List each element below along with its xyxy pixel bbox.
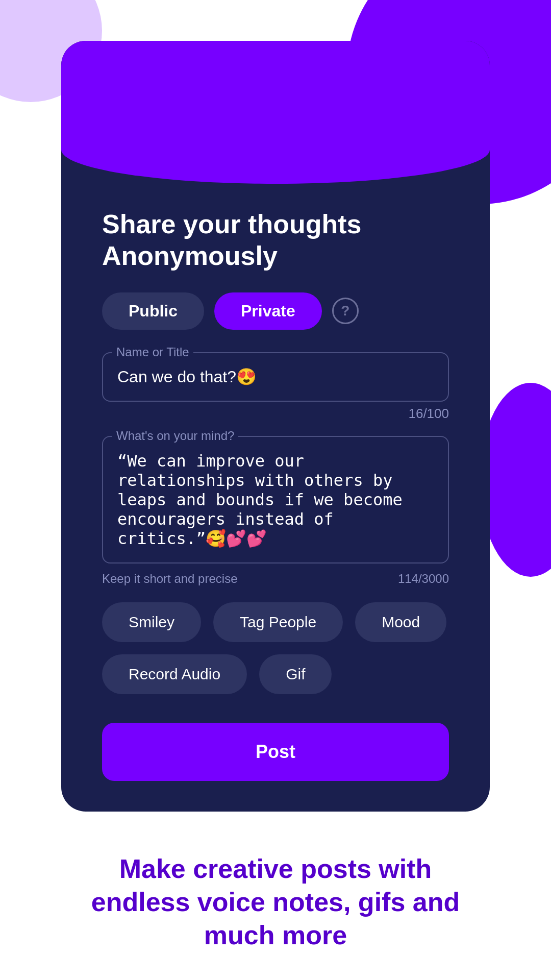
smiley-button[interactable]: Smiley [102,602,201,642]
tagline: Make creative posts with endless voice n… [0,812,551,980]
action-buttons-row: Smiley Tag People Mood Record Audio Gif [102,602,449,694]
mind-textarea[interactable] [102,436,449,564]
name-char-count: 16/100 [102,406,449,422]
name-field-label: Name or Title [112,345,193,359]
name-field-group: Name or Title [102,352,449,402]
bg-blob-bottom-right [480,383,551,577]
card-title-line1: Share your thoughts [102,209,361,239]
gif-button[interactable]: Gif [259,654,332,694]
mind-hint-text: Keep it short and precise [102,572,238,586]
mind-char-count: 114/3000 [398,572,449,586]
mind-field-hint-row: Keep it short and precise 114/3000 [102,572,449,586]
mood-button[interactable]: Mood [355,602,446,642]
card-top-wave [61,41,490,184]
card-title: Share your thoughts Anonymously [102,208,449,272]
private-button[interactable]: Private [214,292,322,330]
tagline-line3: much more [204,920,347,950]
mind-field-label: What's on your mind? [112,429,238,443]
help-icon-label: ? [341,303,349,319]
mind-field-group: What's on your mind? [102,436,449,566]
main-card: Share your thoughts Anonymously Public P… [61,41,490,812]
card-content: Share your thoughts Anonymously Public P… [61,208,490,781]
name-input[interactable] [102,352,449,402]
public-button[interactable]: Public [102,292,204,330]
post-button[interactable]: Post [102,723,449,781]
tag-people-button[interactable]: Tag People [213,602,343,642]
help-icon[interactable]: ? [332,298,359,324]
tagline-line1: Make creative posts with [119,854,432,884]
record-audio-button[interactable]: Record Audio [102,654,247,694]
tagline-line2: endless voice notes, gifs and [91,887,460,917]
visibility-toggle-row: Public Private ? [102,292,449,330]
card-title-line2: Anonymously [102,241,278,271]
